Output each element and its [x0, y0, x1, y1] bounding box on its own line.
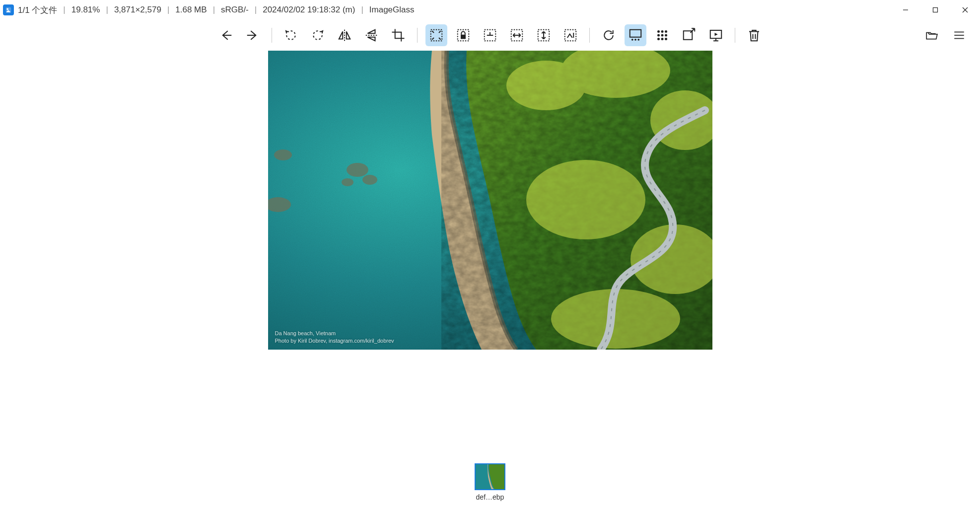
thumbnail-panel-button[interactable] [625, 24, 646, 46]
title-zoom: 19.81% [71, 5, 100, 15]
svg-point-22 [665, 34, 667, 37]
title-color-profile: sRGB/- [221, 5, 249, 15]
svg-point-34 [362, 175, 377, 185]
thumbnail-label: def…ebp [476, 493, 504, 501]
fullscreen-button[interactable] [678, 24, 700, 46]
rotate-left-button[interactable] [280, 24, 302, 46]
toolbar-separator [735, 28, 735, 43]
open-file-button[interactable] [920, 24, 942, 46]
svg-point-21 [661, 34, 664, 37]
auto-zoom-button[interactable] [479, 24, 501, 46]
app-window: 1/1 个文件 | 19.81% | 3,871×2,579 | 1.68 MB… [0, 0, 980, 513]
lock-zoom-button[interactable] [452, 24, 474, 46]
svg-point-18 [661, 30, 664, 33]
svg-point-33 [347, 163, 368, 177]
svg-point-35 [342, 178, 353, 186]
flip-horizontal-button[interactable] [334, 24, 355, 46]
image-canvas[interactable]: Da Nang beach, Vietnam Photo by Kiril Do… [0, 51, 980, 461]
flip-vertical-button[interactable] [360, 24, 382, 46]
thumbnail-strip: def…ebp [0, 461, 980, 513]
title-dimensions: 3,871×2,579 [114, 5, 161, 15]
svg-point-41 [526, 160, 645, 239]
checkerboard-button[interactable] [651, 24, 673, 46]
toolbar [0, 20, 980, 51]
toolbar-separator [272, 28, 272, 43]
svg-point-17 [657, 30, 660, 33]
caption-line-2: Photo by Kiril Dobrev, instagram.com/kir… [275, 337, 394, 345]
svg-point-36 [274, 149, 292, 160]
svg-point-14 [631, 39, 633, 41]
svg-point-25 [665, 38, 667, 40]
close-button[interactable] [950, 0, 980, 20]
main-menu-button[interactable] [948, 24, 970, 46]
title-bar: 1/1 个文件 | 19.81% | 3,871×2,579 | 1.68 MB… [0, 0, 980, 20]
title-info: 1/1 个文件 | 19.81% | 3,871×2,579 | 1.68 MB… [18, 4, 415, 16]
svg-point-19 [665, 30, 667, 33]
scale-to-width-button[interactable] [506, 24, 528, 46]
caption-line-1: Da Nang beach, Vietnam [275, 330, 394, 337]
thumbnail-image [475, 463, 505, 490]
prev-image-button[interactable] [215, 24, 237, 46]
delete-button[interactable] [743, 24, 765, 46]
next-image-button[interactable] [242, 24, 264, 46]
scale-to-height-button[interactable] [533, 24, 555, 46]
title-file-size: 1.68 MB [175, 5, 207, 15]
svg-rect-3 [933, 8, 938, 12]
svg-point-15 [634, 39, 636, 41]
svg-point-24 [661, 38, 664, 40]
svg-point-1 [7, 8, 9, 10]
maximize-button[interactable] [920, 0, 950, 20]
fit-to-window-button[interactable] [425, 24, 447, 46]
title-modified: 2024/02/02 19:18:32 (m) [263, 5, 355, 15]
svg-point-16 [637, 39, 639, 41]
toolbar-separator [417, 28, 418, 43]
minimize-button[interactable] [891, 0, 920, 20]
refresh-button[interactable] [598, 24, 620, 46]
thumbnail-item[interactable]: def…ebp [475, 463, 505, 501]
slideshow-button[interactable] [705, 24, 727, 46]
svg-rect-13 [630, 30, 641, 37]
actual-size-button[interactable] [560, 24, 581, 46]
toolbar-separator [589, 28, 590, 43]
title-app-name: ImageGlass [369, 5, 415, 15]
app-icon [3, 4, 14, 15]
image-caption: Da Nang beach, Vietnam Photo by Kiril Do… [275, 330, 394, 345]
displayed-image: Da Nang beach, Vietnam Photo by Kiril Do… [268, 51, 712, 350]
rotate-right-button[interactable] [307, 24, 329, 46]
svg-rect-8 [461, 35, 466, 39]
svg-point-20 [657, 34, 660, 37]
crop-button[interactable] [387, 24, 409, 46]
window-controls [891, 0, 980, 20]
title-file-counter: 1/1 个文件 [18, 4, 57, 16]
svg-point-23 [657, 38, 660, 40]
